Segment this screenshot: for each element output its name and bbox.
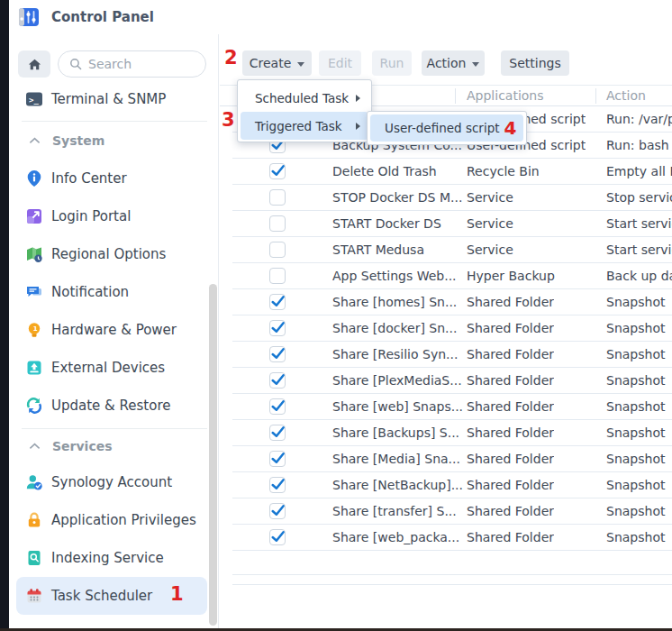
checkbox-unchecked[interactable] — [269, 268, 286, 284]
submenu-arrow-icon — [356, 123, 360, 130]
table-row[interactable]: STOP Docker DS M...ServiceStop servic — [232, 185, 672, 211]
action-cell: Snapshot — [606, 373, 665, 388]
action-cell: Run: /var/p — [606, 112, 672, 126]
application-cell: Service — [467, 190, 513, 205]
chevron-down-icon — [297, 62, 304, 67]
checkbox-unchecked[interactable] — [269, 242, 286, 258]
task-name-cell: STOP Docker DS M... — [332, 190, 462, 205]
table-row[interactable]: Share [docker] Sn...Shared FolderSnapsho… — [232, 316, 672, 342]
sidebar-item-update-restore[interactable]: Update & Restore — [16, 387, 207, 425]
home-button[interactable] — [18, 50, 50, 78]
table-row[interactable]: App Settings Web...Hyper BackupBack up d… — [232, 263, 672, 289]
menu-item-user-defined-script[interactable]: User-defined script 4 — [370, 114, 523, 142]
table-row[interactable]: START Docker DSServiceStart servic — [232, 211, 672, 237]
sidebar-item-application-privileges[interactable]: Application Privileges — [16, 501, 207, 539]
table-row[interactable]: Share [Backups] S...Shared FolderSnapsho… — [232, 420, 672, 446]
settings-button[interactable]: Settings — [501, 50, 569, 76]
task-name-cell: Share [web] Snaps... — [332, 399, 463, 414]
task-name-cell: Share [NetBackup]... — [332, 478, 463, 492]
task-name-cell: Delete Old Trash — [332, 164, 437, 178]
search-input[interactable] — [88, 57, 192, 71]
table-row[interactable]: Share [homes] Sn...Shared FolderSnapshot — [232, 289, 672, 316]
sidebar-item-label: Indexing Service — [51, 550, 164, 566]
action-cell: Snapshot — [606, 478, 665, 492]
checkbox-checked[interactable] — [269, 451, 286, 467]
table-row[interactable]: START MedusaServiceStart servic — [232, 237, 672, 263]
action-cell: Snapshot — [606, 452, 665, 466]
checkbox-checked[interactable] — [269, 529, 286, 545]
checkbox-unchecked[interactable] — [269, 189, 286, 206]
sidebar-item-regional-options[interactable]: Regional Options — [16, 235, 207, 273]
create-dropdown-menu: Scheduled Task Triggered Task — [237, 79, 372, 142]
checkbox-checked[interactable] — [269, 425, 286, 441]
checkbox-checked[interactable] — [269, 346, 286, 362]
application-cell: Shared Folder — [467, 452, 554, 466]
action-cell: Back up da — [606, 269, 672, 283]
sidebar-item-terminal-snmp[interactable]: >_Terminal & SNMP — [16, 81, 207, 117]
run-button[interactable]: Run — [372, 50, 412, 76]
table-row[interactable]: Share [web] Snaps...Shared FolderSnapsho… — [232, 394, 672, 420]
task-table-body: User-defined scriptRun: /var/pBackup Sys… — [220, 106, 672, 551]
table-row[interactable]: Share [web_packa...Shared FolderSnapshot — [232, 525, 672, 551]
application-privileges-icon — [25, 511, 43, 529]
sidebar-item-external-devices[interactable]: External Devices — [16, 349, 207, 387]
table-row[interactable]: Share [PlexMediaS...Shared FolderSnapsho… — [232, 368, 672, 394]
sidebar-section-services[interactable]: Services — [9, 429, 218, 463]
application-cell: Shared Folder — [467, 321, 554, 335]
table-row[interactable]: Share [Media] Sna...Shared FolderSnapsho… — [232, 446, 672, 472]
sidebar-item-label: Notification — [51, 284, 129, 300]
menu-item-triggered-task[interactable]: Triggered Task — [241, 112, 368, 140]
sidebar-scrollbar[interactable] — [209, 284, 217, 626]
sidebar-item-notification[interactable]: Notification — [16, 273, 207, 311]
update-restore-icon — [25, 397, 43, 415]
sidebar-item-hardware-power[interactable]: 1Hardware & Power — [16, 311, 207, 349]
desktop-edge-left — [0, 0, 9, 631]
table-row[interactable]: Share [Resilio Syn...Shared FolderSnapsh… — [232, 342, 672, 368]
login-portal-icon — [25, 207, 43, 225]
application-cell: Shared Folder — [467, 504, 554, 518]
svg-text:1: 1 — [33, 325, 38, 333]
control-panel-window: Control Panel >_Terminal & SNMPSystemInf… — [0, 0, 672, 631]
submenu-arrow-icon — [356, 95, 360, 102]
action-cell: Snapshot — [606, 347, 665, 361]
checkbox-checked[interactable] — [269, 398, 286, 415]
sidebar-section-label: System — [52, 133, 104, 148]
sidebar-item-info-center[interactable]: Info Center — [16, 160, 207, 197]
checkbox-unchecked[interactable] — [269, 215, 286, 232]
settings-button-label: Settings — [509, 56, 560, 70]
column-header-applications[interactable]: Applications — [467, 86, 544, 106]
task-name-cell: Share [docker] Sn... — [332, 321, 457, 335]
table-row[interactable]: Delete Old TrashRecycle BinEmpty all R — [232, 159, 672, 185]
chevron-up-icon — [29, 443, 41, 450]
run-button-label: Run — [380, 56, 404, 70]
titlebar: Control Panel — [9, 0, 672, 34]
menu-item-scheduled-task[interactable]: Scheduled Task — [241, 84, 368, 112]
search-icon — [68, 57, 83, 71]
menu-item-label: User-defined script — [385, 121, 500, 135]
checkbox-checked[interactable] — [269, 477, 286, 493]
column-header-action[interactable]: Action — [606, 86, 646, 106]
checkbox-checked[interactable] — [269, 294, 286, 310]
checkbox-checked[interactable] — [269, 372, 286, 389]
sidebar-item-synology-account[interactable]: Synology Account — [16, 463, 207, 501]
action-cell: Start servic — [606, 242, 672, 257]
sidebar-item-label: Regional Options — [51, 246, 166, 262]
annotation-2: 2 — [224, 47, 238, 69]
checkbox-checked[interactable] — [269, 320, 286, 336]
sidebar-item-indexing-service[interactable]: Indexing Service — [16, 539, 207, 577]
checkbox-checked[interactable] — [269, 503, 286, 519]
edit-button[interactable]: Edit — [319, 50, 361, 76]
table-row[interactable]: Share [NetBackup]...Shared FolderSnapsho… — [232, 472, 672, 498]
table-row[interactable]: Share [transfer] S...Shared FolderSnapsh… — [232, 498, 672, 525]
create-button-label: Create — [250, 56, 292, 70]
task-name-cell: Share [homes] Sn... — [332, 295, 457, 309]
sidebar-item-login-portal[interactable]: Login Portal — [16, 197, 207, 235]
notification-icon — [25, 283, 43, 301]
sidebar-section-system[interactable]: System — [9, 122, 218, 160]
action-cell: Snapshot — [606, 425, 665, 440]
synology-account-icon — [25, 473, 43, 491]
task-name-cell: Share [Resilio Syn... — [332, 347, 458, 361]
create-button[interactable]: Create — [242, 50, 312, 76]
checkbox-checked[interactable] — [269, 163, 286, 179]
action-button[interactable]: Action — [422, 50, 485, 76]
